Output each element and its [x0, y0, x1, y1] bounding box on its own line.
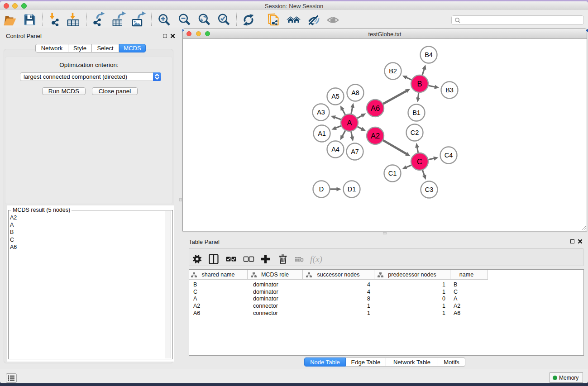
svg-text:A6: A6 [371, 104, 380, 112]
svg-text:C1: C1 [388, 170, 397, 177]
svg-text:A8: A8 [351, 89, 359, 96]
svg-text:C3: C3 [425, 186, 434, 193]
svg-text:D1: D1 [348, 186, 356, 193]
svg-text:B2: B2 [389, 67, 397, 75]
svg-text:A3: A3 [317, 109, 325, 116]
svg-text:A5: A5 [331, 93, 339, 100]
svg-text:B1: B1 [412, 109, 421, 116]
svg-text:C4: C4 [445, 152, 453, 159]
svg-text:D: D [319, 186, 324, 193]
svg-text:A7: A7 [351, 148, 359, 155]
svg-text:A4: A4 [331, 146, 339, 153]
svg-text:A2: A2 [371, 132, 380, 140]
svg-text:C2: C2 [411, 129, 419, 136]
svg-text:A1: A1 [318, 130, 326, 137]
svg-text:B: B [417, 80, 422, 88]
svg-text:B3: B3 [445, 86, 454, 94]
svg-text:B4: B4 [425, 51, 433, 58]
svg-text:C: C [417, 157, 422, 166]
svg-text:f(x): f(x) [310, 254, 322, 264]
svg-text:A: A [347, 119, 352, 127]
